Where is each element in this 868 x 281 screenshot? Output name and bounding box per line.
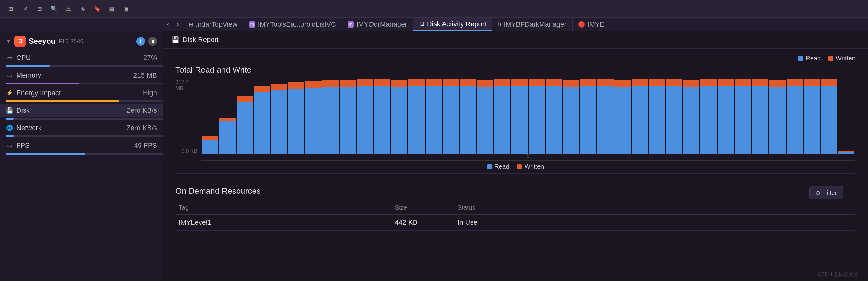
fps-icon: ▭ bbox=[6, 142, 13, 149]
info-badge[interactable]: i bbox=[136, 37, 145, 46]
toolbar-icon-diamond[interactable]: ◈ bbox=[78, 4, 87, 13]
bar-group bbox=[443, 79, 459, 154]
bar-group bbox=[615, 79, 631, 154]
tab-disk[interactable]: 🖥 Disk Activity Report bbox=[413, 17, 493, 31]
bar-read bbox=[237, 102, 253, 154]
calendar-tab-icon: ⊞ bbox=[189, 21, 193, 28]
disk-tab-icon: 🖥 bbox=[419, 21, 425, 27]
energy-icon: ⚡ bbox=[6, 90, 13, 96]
chart-area: 0 bbox=[200, 79, 856, 161]
bar-written bbox=[288, 82, 304, 89]
bar-read bbox=[494, 86, 510, 154]
tab-imye[interactable]: 🔴 IMYE bbox=[572, 17, 611, 31]
bar-read bbox=[322, 87, 339, 154]
sidebar-collapse-arrow[interactable]: ▼ bbox=[6, 38, 11, 45]
bar-group bbox=[563, 79, 580, 154]
bar-group bbox=[340, 79, 356, 154]
legend-written-dot-bottom bbox=[517, 164, 522, 169]
bar-written bbox=[512, 79, 528, 86]
bar-written bbox=[494, 79, 510, 86]
sidebar-item-cpu[interactable]: ▭ CPU 27% bbox=[0, 51, 163, 65]
bar-group bbox=[529, 79, 545, 154]
toolbar-icon-search[interactable]: 🔍 bbox=[50, 4, 58, 13]
bar-written bbox=[718, 79, 734, 86]
bar-read bbox=[683, 87, 700, 154]
toolbar-icon-minus[interactable]: ⊟ bbox=[35, 4, 44, 13]
bar-group bbox=[391, 79, 407, 154]
bar-written bbox=[443, 79, 459, 86]
bar-group bbox=[546, 79, 562, 154]
tab-calendar[interactable]: ⊞ .ndarTopView bbox=[183, 17, 244, 31]
app-name: Seeyou bbox=[29, 37, 56, 46]
tab-imyodr[interactable]: m IMYOdrManager bbox=[342, 17, 413, 31]
imyodr-tab-icon: m bbox=[347, 21, 354, 28]
bar-group bbox=[769, 79, 785, 154]
bar-written bbox=[219, 118, 236, 121]
chart-container: 312.4 MB 0.0 KB 0 bbox=[176, 79, 856, 161]
energy-bar bbox=[6, 100, 168, 102]
chart-y-axis: 312.4 MB 0.0 KB bbox=[176, 79, 200, 161]
bar-read bbox=[769, 87, 785, 154]
toolbar-icon-grid2[interactable]: ▣ bbox=[122, 4, 130, 13]
bar-group bbox=[288, 79, 304, 154]
bar-written bbox=[683, 80, 700, 87]
bar-written bbox=[615, 80, 631, 87]
x-label: 0 bbox=[201, 153, 856, 159]
sidebar-item-disk[interactable]: 💾 Disk Zero KB/s bbox=[0, 104, 163, 117]
toolbar-icon-bookmark[interactable]: 🔖 bbox=[93, 4, 101, 13]
content-panel: 💾 Disk Report Read Written Total Read an… bbox=[163, 31, 868, 281]
app-icon: 🗓 bbox=[14, 36, 26, 47]
pause-badge[interactable]: ⏸ bbox=[148, 37, 157, 46]
memory-bar bbox=[6, 82, 168, 84]
sidebar-item-network[interactable]: 🌐 Network Zero KB/s bbox=[0, 121, 163, 135]
bar-read bbox=[271, 90, 287, 154]
bar-written bbox=[374, 79, 390, 86]
bar-written bbox=[322, 80, 339, 87]
bar-written bbox=[357, 79, 373, 86]
col-header-size: Size bbox=[395, 204, 458, 211]
bar-group bbox=[804, 79, 820, 154]
imytools-tab-icon: m bbox=[249, 21, 255, 28]
bar-group bbox=[219, 79, 236, 154]
filter-icon: ⊙ bbox=[815, 189, 821, 197]
toolbar-icon-warning[interactable]: ⚠ bbox=[64, 4, 73, 13]
sidebar-item-fps[interactable]: ▭ FPS 49 FPS bbox=[0, 139, 163, 152]
bar-written bbox=[254, 86, 270, 92]
sidebar-item-energy[interactable]: ⚡ Energy Impact High bbox=[0, 86, 163, 100]
bar-read bbox=[786, 86, 803, 154]
bar-written bbox=[237, 96, 253, 102]
tab-imytools[interactable]: m IMYToolsEa...orbidListVC bbox=[244, 17, 342, 31]
sidebar-item-memory[interactable]: ▭ Memory 215 MB bbox=[0, 69, 163, 82]
bar-group bbox=[477, 79, 494, 154]
bar-read bbox=[752, 86, 768, 154]
toolbar-icon-close[interactable]: ✕ bbox=[21, 4, 29, 13]
filter-button[interactable]: ⊙ Filter bbox=[809, 186, 843, 199]
bar-group bbox=[408, 79, 425, 154]
toolbar-icon-grid[interactable]: ⊞ bbox=[6, 4, 15, 13]
y-label-top: 312.4 MB bbox=[176, 79, 197, 92]
bar-group bbox=[254, 79, 270, 154]
tab-imybf[interactable]: h IMYBFDarkManager bbox=[492, 17, 572, 31]
network-icon: 🌐 bbox=[6, 125, 13, 132]
bar-written bbox=[752, 79, 768, 86]
tab-nav-back[interactable]: ‹ bbox=[163, 17, 173, 31]
bar-read bbox=[288, 89, 304, 154]
bar-written bbox=[340, 80, 356, 87]
bar-read bbox=[666, 86, 682, 154]
bar-read bbox=[700, 86, 717, 154]
bar-read bbox=[340, 87, 356, 154]
on-demand-section: On Demand Resources ⊙ Filter Tag Size St… bbox=[163, 180, 868, 281]
bar-read bbox=[374, 86, 390, 154]
table-header: Tag Size Status bbox=[176, 201, 856, 215]
fps-label: FPS bbox=[16, 141, 131, 149]
table-row: IMYLevel1 442 KB In Use bbox=[176, 215, 856, 231]
toolbar-icon-list[interactable]: ▤ bbox=[107, 4, 116, 13]
tab-nav-forward[interactable]: › bbox=[173, 17, 183, 31]
bar-group bbox=[357, 79, 373, 154]
bar-written bbox=[580, 79, 597, 86]
memory-bar-fill bbox=[6, 82, 79, 84]
bar-read bbox=[357, 86, 373, 154]
bar-read bbox=[443, 86, 459, 154]
chart-legend-top: Read Written bbox=[176, 55, 856, 62]
bar-read bbox=[546, 86, 562, 154]
